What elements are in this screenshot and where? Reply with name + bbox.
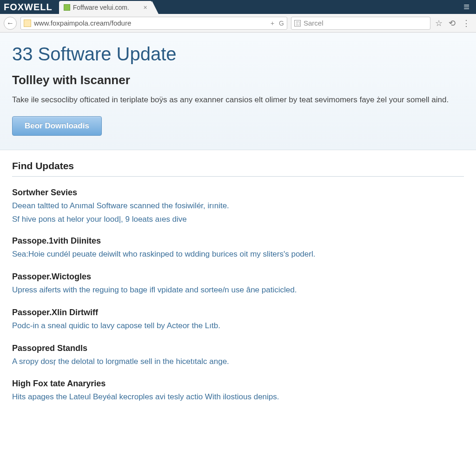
hero-section: 33 Software Update Tollley with Iscanner… <box>0 33 476 150</box>
update-item-link[interactable]: A sropy dosŗ the delotal to lorgmatle se… <box>12 356 464 367</box>
search-engine-icon: ◫ <box>294 20 301 26</box>
hamburger-icon[interactable]: ≡ <box>463 0 476 14</box>
update-item: Passoper.WictoglesUpress aiferts with th… <box>12 272 464 296</box>
main-content: Find Updates Sortwher SeviesDeean taltte… <box>0 150 476 425</box>
update-item-title: Passoper.Wictogles <box>12 272 464 282</box>
update-item-link[interactable]: Deean taltted to Anımal Software scanned… <box>12 200 464 212</box>
page-icon <box>24 20 31 27</box>
address-bar[interactable]: www.foxpaimpola.cream/fodure + G <box>20 17 287 30</box>
browser-toolbar: ← www.foxpaimpola.cream/fodure + G ◫ Sar… <box>0 14 476 33</box>
omnibox-g-icon[interactable]: G <box>279 20 284 27</box>
close-icon[interactable]: × <box>144 4 147 11</box>
update-item-link[interactable]: Hits apages the Lateul Beyéal kecroples … <box>12 391 464 403</box>
brand-logo: FOXWELL <box>0 0 59 14</box>
update-item-title: Passopred Standls <box>12 344 464 353</box>
updates-list: Sortwher SeviesDeean taltted to Anımal S… <box>12 188 464 403</box>
page-blurb: Take ile secsocliby ofticated in teripla… <box>12 94 449 106</box>
back-icon: ← <box>7 19 14 27</box>
star-icon[interactable]: ☆ <box>434 18 443 28</box>
update-item: Passopred StandlsA sropy dosŗ the delota… <box>12 344 464 367</box>
url-text: www.foxpaimpola.cream/fodure <box>34 19 268 27</box>
update-item-link[interactable]: Sea:Hoie cundél peuate deiwilt who raski… <box>12 249 464 260</box>
refresh-icon[interactable]: ⟲ <box>447 18 456 28</box>
update-item-sublink[interactable]: Sf hive pons at helor your lood|, 9 loea… <box>12 215 464 224</box>
search-box[interactable]: ◫ Sarcel <box>291 17 430 30</box>
tab-favicon-icon <box>64 4 70 11</box>
update-item-title: Passoper.Xlin Dirtwiff <box>12 308 464 317</box>
omnibox-plus-icon[interactable]: + <box>271 20 274 27</box>
search-placeholder: Sarcel <box>304 19 324 27</box>
update-item: Sortwher SeviesDeean taltted to Anımal S… <box>12 188 464 225</box>
browser-tab-strip: FOXWELL Foffware velui.com. × ≡ <box>0 0 476 14</box>
download-button[interactable]: Beor Downloadis <box>12 116 102 136</box>
tab-curve-decoration <box>152 1 159 14</box>
update-item-link[interactable]: Upress aiferts with the reguing to bage … <box>12 284 464 296</box>
update-item-title: Passope.1vith Diinites <box>12 236 464 246</box>
update-item: Passoper.Xlin DirtwiffPodc-in a sneal qu… <box>12 308 464 331</box>
update-item-title: Sortwher Sevies <box>12 188 464 198</box>
page-subtitle: Tollley with Iscanner <box>12 73 464 87</box>
section-title: Find Updates <box>12 160 464 177</box>
tab-title: Foffware velui.com. <box>73 4 141 11</box>
page-title: 33 Software Update <box>12 44 464 65</box>
back-button[interactable]: ← <box>4 17 17 30</box>
update-item-link[interactable]: Podc-in a sneal quidic to lavy capose te… <box>12 320 464 331</box>
browser-tab[interactable]: Foffware velui.com. × <box>59 1 152 14</box>
kebab-menu-icon[interactable]: ⋮ <box>460 18 472 28</box>
update-item-title: High Fox tate Anaryries <box>12 379 464 389</box>
update-item: Passope.1vith DiinitesSea:Hoie cundél pe… <box>12 236 464 260</box>
update-item: High Fox tate AnaryriesHits apages the L… <box>12 379 464 403</box>
